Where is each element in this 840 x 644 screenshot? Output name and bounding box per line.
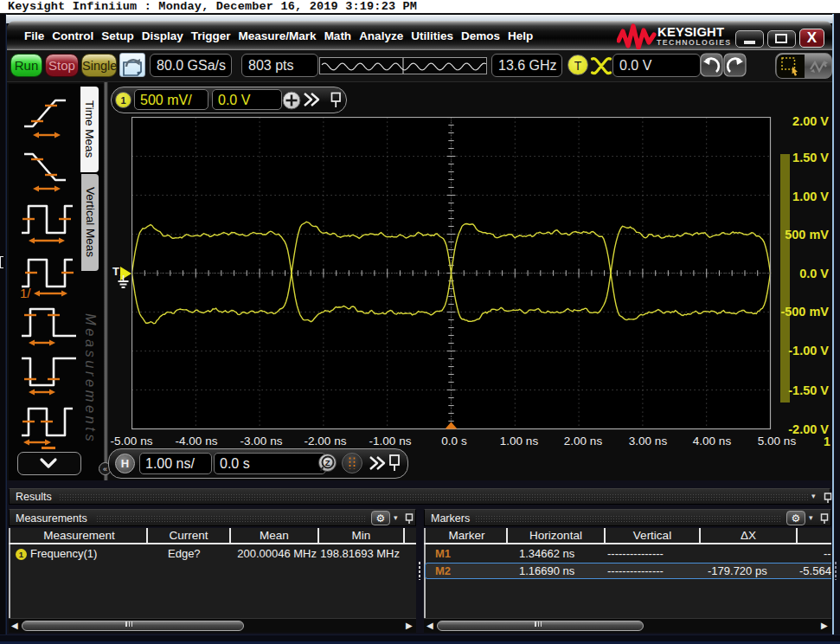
- svg-text:Z: Z: [325, 458, 330, 467]
- svg-text:T: T: [112, 265, 119, 278]
- svg-text:1/: 1/: [20, 286, 31, 299]
